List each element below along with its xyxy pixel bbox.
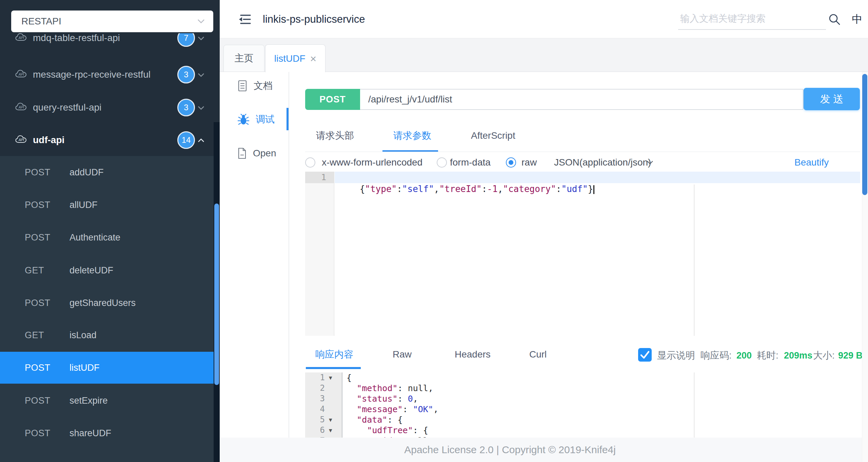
send-button[interactable]: 发 送: [804, 88, 860, 110]
size-label: 大小:: [813, 350, 835, 361]
nav-item-label: 调试: [256, 113, 275, 126]
fold-toggle-icon[interactable]: ▾: [329, 415, 339, 425]
chevron-down-icon: [197, 19, 205, 24]
tab-response-curl[interactable]: Curl: [529, 349, 547, 360]
sidebar-group-query-restful-api[interactable]: API query-restful-api 3: [0, 97, 214, 118]
sidebar-endpoint-Authenticate[interactable]: POST Authenticate: [0, 227, 214, 248]
line-number: 5: [305, 415, 325, 425]
radio-raw-selected[interactable]: [506, 157, 516, 168]
line-number: 1: [305, 372, 325, 383]
radio-x-www-form-urlencoded[interactable]: [305, 157, 315, 168]
tab-listUDF[interactable]: listUDF ×: [265, 44, 326, 72]
active-tab-underline: [306, 367, 361, 369]
content-type-select[interactable]: JSON(application/json): [554, 157, 651, 168]
chevron-down-icon: [197, 36, 205, 41]
cloud-api-icon: API: [15, 33, 28, 42]
svg-text:API: API: [18, 105, 24, 109]
response-code-line: "method": null,: [347, 383, 433, 393]
sidebar-group-udf-api[interactable]: API udf-api 14: [0, 130, 214, 150]
count-badge: 3: [177, 66, 195, 83]
tab-response-content[interactable]: 响应内容: [315, 349, 353, 360]
endpoint-name: shareUDF: [70, 428, 111, 439]
nav-item-debug[interactable]: 调试: [237, 109, 288, 130]
endpoint-method: POST: [25, 363, 51, 373]
doc-search-input[interactable]: [678, 10, 826, 30]
count-badge: 14: [177, 131, 195, 149]
menu-fold-icon[interactable]: [237, 13, 252, 26]
sidebar-group-label: query-restful-api: [33, 102, 101, 113]
sidebar-endpoint-addUDF[interactable]: POST addUDF: [0, 162, 214, 182]
close-icon[interactable]: ×: [310, 53, 317, 64]
request-editor-gutter: [305, 172, 334, 336]
count-badge: 7: [177, 33, 195, 47]
show-description-checkbox[interactable]: [638, 348, 652, 362]
cloud-api-icon: API: [15, 69, 28, 79]
nav-item-label: Open: [253, 148, 276, 159]
request-url-input[interactable]: [360, 89, 804, 110]
document-tabbar: 主页 listUDF ×: [220, 38, 868, 72]
fold-toggle-icon[interactable]: ▾: [329, 372, 339, 383]
sidebar-group-message-rpc-receive-restful[interactable]: API message-rpc-receive-restful 3: [0, 64, 214, 85]
endpoint-name: addUDF: [70, 167, 104, 178]
endpoint-name: listUDF: [70, 363, 100, 373]
size-value: 929 B: [838, 350, 863, 361]
tab-request-headers[interactable]: 请求头部: [316, 130, 354, 141]
endpoint-method: POST: [25, 428, 51, 439]
endpoint-name: isLoad: [70, 330, 97, 341]
endpoint-name: setExpire: [70, 396, 108, 406]
radio-label-urlencoded[interactable]: x-www-form-urlencoded: [322, 157, 422, 168]
page-scrollbar-thumb[interactable]: [862, 74, 867, 195]
line-number: 2: [305, 383, 325, 393]
beautify-link[interactable]: Beautify: [794, 157, 829, 168]
cloud-api-icon: API: [15, 102, 28, 112]
radio-label-form-data[interactable]: form-data: [450, 157, 491, 168]
status-code-label: 响应码:: [701, 350, 732, 361]
sidebar-group-label: message-rpc-receive-restful: [33, 69, 151, 80]
bug-icon: [237, 113, 250, 126]
show-description-label[interactable]: 显示说明: [657, 350, 695, 361]
document-icon: [237, 80, 248, 92]
nav-item-open[interactable]: Open: [237, 143, 288, 163]
tab-request-params[interactable]: 请求参数: [393, 130, 431, 141]
text-cursor: [593, 185, 594, 194]
sidebar-endpoint-isLoad[interactable]: GET isLoad: [0, 325, 214, 345]
tab-home[interactable]: 主页: [223, 45, 264, 72]
tab-response-headers[interactable]: Headers: [455, 349, 491, 360]
page-title: linkis-ps-publicservice: [263, 0, 365, 38]
sidebar-endpoint-shareUDF[interactable]: POST shareUDF: [0, 423, 214, 443]
api-group-select[interactable]: RESTAPI: [11, 11, 213, 32]
sidebar-endpoint-setExpire[interactable]: POST setExpire: [0, 390, 214, 411]
http-method-chip: POST: [305, 89, 360, 110]
sidebar-endpoint-getSharedUsers[interactable]: POST getSharedUsers: [0, 293, 214, 313]
fold-toggle-icon[interactable]: ▾: [329, 425, 339, 436]
endpoint-method: POST: [25, 167, 51, 178]
sidebar-endpoint-allUDF[interactable]: POST allUDF: [0, 195, 214, 215]
api-group-select-value: RESTAPI: [21, 16, 61, 27]
response-body-viewer: 1 ▾ { 2 "method": null, 3 "status": 0, 4…: [305, 371, 864, 438]
sidebar-endpoint-deleteUDF[interactable]: GET deleteUDF: [0, 260, 214, 281]
main-header: linkis-ps-publicservice 中: [220, 0, 868, 38]
endpoint-name: allUDF: [70, 200, 98, 210]
tab-label: listUDF: [274, 53, 305, 64]
time-label: 耗时:: [757, 350, 778, 361]
radio-form-data[interactable]: [437, 157, 447, 168]
footer-license-text: Apache License 2.0 | Copyright © 2019-Kn…: [220, 438, 868, 462]
sidebar-group-mdq-table-restful-api[interactable]: API mdq-table-restful-api 7: [0, 33, 214, 48]
chevron-up-icon: [197, 138, 205, 143]
tab-afterscript[interactable]: AfterScript: [471, 130, 515, 141]
endpoint-name: Authenticate: [70, 232, 120, 243]
search-icon[interactable]: [828, 13, 841, 26]
nav-item-document[interactable]: 文档: [237, 76, 288, 96]
knife4j-app: RESTAPI API mdq-table-restful-api 7 API …: [0, 0, 868, 462]
sidebar-scrollbar-thumb[interactable]: [214, 204, 219, 385]
radio-label-raw[interactable]: raw: [521, 157, 537, 168]
nav-item-label: 文档: [254, 79, 273, 92]
tab-response-raw[interactable]: Raw: [393, 349, 412, 360]
chevron-down-icon[interactable]: [646, 160, 654, 165]
file-icon: [237, 147, 247, 159]
request-body-editor[interactable]: {"type":"self","treeId":-1,"category":"u…: [338, 172, 594, 183]
sidebar: RESTAPI API mdq-table-restful-api 7 API …: [0, 0, 220, 462]
sidebar-endpoint-listUDF-selected[interactable]: POST listUDF: [0, 352, 214, 384]
endpoint-method: POST: [25, 232, 51, 243]
language-toggle[interactable]: 中: [848, 0, 866, 38]
